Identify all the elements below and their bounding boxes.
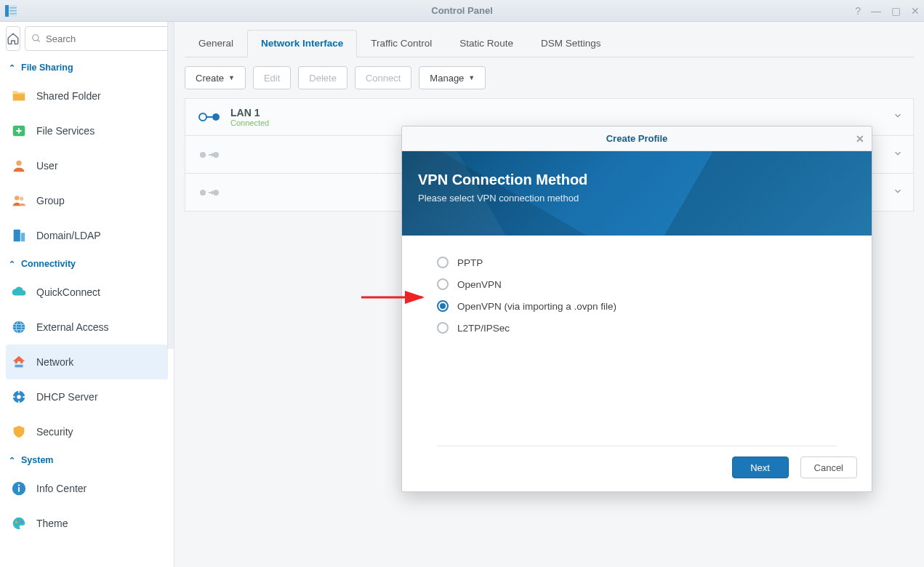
svg-point-27 bbox=[200, 152, 206, 158]
next-button[interactable]: Next bbox=[732, 457, 789, 478]
section-system[interactable]: ⌃System bbox=[6, 449, 168, 471]
modal-body: PPTP OpenVPN OpenVPN (via importing a .o… bbox=[402, 236, 872, 355]
sidebar-item-shared-folder[interactable]: Shared Folder bbox=[6, 79, 168, 113]
sidebar: ⌃File Sharing Shared Folder File Service… bbox=[0, 22, 174, 567]
tabs: General Network Interface Traffic Contro… bbox=[185, 29, 914, 57]
radio-icon bbox=[437, 257, 449, 268]
network-icon bbox=[10, 353, 28, 371]
modal-footer: Next Cancel bbox=[402, 446, 872, 491]
radio-icon bbox=[437, 322, 449, 334]
group-icon bbox=[10, 192, 28, 209]
folder-icon bbox=[10, 87, 28, 105]
sidebar-item-security[interactable]: Security bbox=[6, 414, 168, 449]
create-button[interactable]: Create▼ bbox=[185, 66, 246, 89]
svg-point-20 bbox=[18, 484, 20, 486]
annotation-arrow-icon bbox=[360, 289, 433, 306]
sidebar-item-file-services[interactable]: File Services bbox=[6, 113, 168, 148]
svg-point-5 bbox=[33, 35, 39, 41]
section-file-sharing[interactable]: ⌃File Sharing bbox=[6, 57, 168, 79]
radio-l2tp[interactable]: L2TP/IPSec bbox=[437, 317, 837, 339]
sidebar-item-user[interactable]: User bbox=[6, 148, 168, 183]
radio-icon bbox=[437, 278, 449, 290]
search-input[interactable] bbox=[46, 33, 168, 44]
close-icon[interactable]: ✕ bbox=[856, 133, 864, 145]
tab-network-interface[interactable]: Network Interface bbox=[247, 30, 357, 57]
search-icon bbox=[31, 33, 41, 44]
create-profile-modal: Create Profile ✕ VPN Connection Method P… bbox=[401, 126, 872, 492]
svg-point-9 bbox=[15, 196, 19, 200]
sidebar-item-info-center[interactable]: Info Center bbox=[6, 471, 168, 506]
svg-point-24 bbox=[199, 113, 206, 121]
svg-point-8 bbox=[16, 161, 21, 166]
svg-rect-3 bbox=[9, 10, 17, 12]
interface-status: Connected bbox=[230, 118, 269, 127]
svg-point-21 bbox=[15, 521, 17, 523]
radio-selected-icon bbox=[437, 300, 449, 312]
svg-point-23 bbox=[20, 521, 23, 523]
svg-point-25 bbox=[212, 113, 220, 121]
radio-openvpn[interactable]: OpenVPN bbox=[437, 273, 837, 295]
sidebar-item-quickconnect[interactable]: QuickConnect bbox=[6, 275, 168, 310]
chevron-down-icon[interactable] bbox=[893, 186, 903, 199]
sidebar-item-external-access[interactable]: External Access bbox=[6, 310, 168, 345]
close-window-icon[interactable]: ✕ bbox=[911, 5, 920, 17]
cancel-button[interactable]: Cancel bbox=[800, 457, 857, 478]
tab-general[interactable]: General bbox=[185, 30, 247, 57]
maximize-icon[interactable]: ▢ bbox=[891, 5, 901, 17]
help-icon[interactable]: ? bbox=[855, 5, 861, 17]
chevron-up-icon: ⌃ bbox=[9, 456, 15, 465]
toolbar: Create▼ Edit Delete Connect Manage▼ bbox=[185, 57, 914, 98]
theme-icon bbox=[10, 515, 28, 532]
sidebar-item-network[interactable]: Network bbox=[6, 345, 168, 379]
svg-rect-11 bbox=[14, 230, 20, 242]
svg-point-30 bbox=[200, 190, 206, 196]
connect-button[interactable]: Connect bbox=[355, 66, 411, 89]
sidebar-item-theme[interactable]: Theme bbox=[6, 506, 168, 541]
window-titlebar: Control Panel ? — ▢ ✕ bbox=[0, 0, 924, 22]
svg-rect-12 bbox=[21, 233, 25, 241]
modal-title: Create Profile bbox=[606, 133, 668, 144]
sidebar-item-dhcp-server[interactable]: DHCP Server bbox=[6, 379, 168, 414]
sidebar-item-group[interactable]: Group bbox=[6, 183, 168, 218]
svg-rect-4 bbox=[9, 13, 17, 15]
lan-disconnected-icon bbox=[197, 150, 222, 160]
svg-rect-15 bbox=[15, 365, 23, 368]
modal-titlebar: Create Profile ✕ bbox=[402, 126, 872, 151]
file-services-icon bbox=[10, 122, 28, 140]
edit-button[interactable]: Edit bbox=[253, 66, 291, 89]
app-icon bbox=[0, 0, 22, 22]
section-connectivity[interactable]: ⌃Connectivity bbox=[6, 253, 168, 275]
lan-disconnected-icon bbox=[197, 188, 222, 198]
modal-heading: VPN Connection Method bbox=[418, 172, 856, 188]
globe-icon bbox=[10, 318, 28, 336]
sidebar-item-domain-ldap[interactable]: Domain/LDAP bbox=[6, 218, 168, 253]
caret-down-icon: ▼ bbox=[468, 74, 475, 81]
svg-point-22 bbox=[18, 519, 20, 521]
manage-button[interactable]: Manage▼ bbox=[419, 66, 486, 89]
radio-openvpn-file[interactable]: OpenVPN (via importing a .ovpn file) bbox=[437, 295, 837, 317]
home-button[interactable] bbox=[6, 26, 20, 51]
search-field[interactable] bbox=[25, 26, 174, 51]
minimize-icon[interactable]: — bbox=[871, 5, 881, 17]
tab-dsm-settings[interactable]: DSM Settings bbox=[527, 30, 615, 57]
tab-traffic-control[interactable]: Traffic Control bbox=[357, 30, 446, 57]
chevron-down-icon[interactable] bbox=[893, 110, 903, 124]
svg-rect-0 bbox=[5, 5, 9, 17]
svg-line-6 bbox=[38, 40, 40, 42]
radio-pptp[interactable]: PPTP bbox=[437, 252, 837, 273]
svg-point-17 bbox=[17, 395, 21, 399]
user-icon bbox=[10, 157, 28, 174]
chevron-down-icon[interactable] bbox=[893, 148, 903, 161]
domain-icon bbox=[10, 227, 28, 244]
delete-button[interactable]: Delete bbox=[298, 66, 347, 89]
main-content: General Network Interface Traffic Contro… bbox=[174, 22, 924, 567]
modal-subheading: Please select VPN connection method bbox=[418, 193, 856, 204]
interface-name: LAN 1 bbox=[230, 107, 269, 118]
tab-static-route[interactable]: Static Route bbox=[446, 30, 527, 57]
info-icon bbox=[10, 480, 28, 497]
chevron-up-icon: ⌃ bbox=[9, 63, 15, 73]
chevron-up-icon: ⌃ bbox=[9, 260, 15, 269]
caret-down-icon: ▼ bbox=[228, 74, 235, 81]
cloud-icon bbox=[10, 284, 28, 301]
shield-icon bbox=[10, 423, 28, 441]
